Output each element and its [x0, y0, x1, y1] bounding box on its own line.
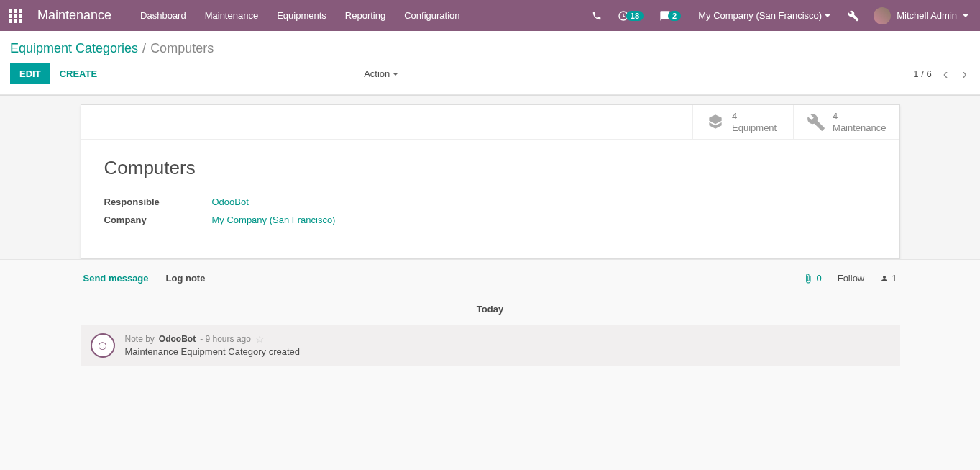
chatter-topbar: Send message Log note 0 Follow 1 [81, 260, 900, 297]
responsible-label: Responsible [104, 196, 212, 207]
pager: 1 / 6 ‹ › [913, 65, 970, 82]
breadcrumb: Equipment Categories / Computers [10, 31, 970, 59]
company-name: My Company (San Francisco) [698, 10, 822, 21]
breadcrumb-active: Computers [150, 41, 214, 56]
followers-button[interactable]: 1 [880, 273, 897, 284]
pager-next-icon[interactable]: › [959, 65, 970, 82]
app-brand[interactable]: Maintenance [37, 8, 111, 23]
separator-label: Today [467, 304, 513, 315]
stat-buttons: 4 Equipment 4 Maintenance [81, 105, 899, 140]
message-body: Maintenance Equipment Category created [125, 346, 890, 357]
pager-prev-icon[interactable]: ‹ [940, 65, 951, 82]
activities-badge: 18 [626, 11, 644, 21]
stat-equipment-count: 4 [732, 111, 777, 122]
follow-button[interactable]: Follow [838, 273, 865, 284]
stat-equipment-label: Equipment [732, 122, 777, 134]
company-value[interactable]: My Company (San Francisco) [212, 214, 336, 225]
breadcrumb-parent[interactable]: Equipment Categories [10, 41, 138, 56]
user-menu[interactable]: Mitchell Admin [871, 7, 971, 24]
content-area: 4 Equipment 4 Maintenance Computers Resp… [0, 95, 980, 259]
cubes-icon [706, 113, 725, 132]
attachments-count: 0 [816, 273, 821, 284]
followers-count: 1 [892, 273, 897, 284]
record-title: Computers [104, 157, 876, 179]
messages-badge: 2 [668, 11, 681, 21]
actions-row: EDIT CREATE Action 1 / 6 ‹ › [10, 59, 970, 94]
action-dropdown[interactable]: Action [364, 68, 398, 79]
star-icon[interactable]: ☆ [255, 333, 265, 345]
create-button[interactable]: CREATE [50, 63, 106, 84]
chevron-down-icon [963, 14, 968, 17]
form-sheet: 4 Equipment 4 Maintenance Computers Resp… [81, 104, 900, 259]
stat-maintenance-button[interactable]: 4 Maintenance [793, 105, 899, 139]
stat-maintenance-count: 4 [833, 111, 886, 122]
send-message-button[interactable]: Send message [83, 273, 149, 284]
responsible-value[interactable]: OdooBot [212, 196, 249, 207]
chatter-container: Send message Log note 0 Follow 1 Today ☺… [0, 259, 980, 384]
top-navbar: Maintenance Dashboard Maintenance Equipm… [0, 0, 980, 31]
chatter: Send message Log note 0 Follow 1 Today ☺… [81, 260, 900, 366]
log-note-button[interactable]: Log note [166, 273, 206, 284]
nav-menu: Dashboard Maintenance Equipments Reporti… [132, 3, 468, 28]
wrench-icon [807, 113, 825, 132]
field-responsible: Responsible OdooBot [104, 196, 876, 207]
debug-icon[interactable] [843, 6, 864, 26]
user-name: Mitchell Admin [897, 10, 957, 21]
field-company: Company My Company (San Francisco) [104, 214, 876, 225]
nav-reporting[interactable]: Reporting [336, 3, 394, 28]
user-icon [880, 274, 889, 283]
message-header: Note by OdooBot - 9 hours ago ☆ [125, 333, 890, 345]
action-label: Action [364, 68, 390, 79]
phone-icon[interactable] [587, 6, 606, 25]
avatar [874, 7, 891, 24]
edit-button[interactable]: EDIT [10, 63, 50, 84]
pager-text[interactable]: 1 / 6 [913, 68, 931, 79]
message-prefix: Note by [125, 334, 155, 344]
control-panel: Equipment Categories / Computers EDIT CR… [0, 31, 980, 95]
nav-maintenance[interactable]: Maintenance [196, 3, 267, 28]
messages-icon[interactable]: 2 [655, 6, 685, 26]
message-item: ☺ Note by OdooBot - 9 hours ago ☆ Mainte… [81, 325, 900, 366]
company-switcher[interactable]: My Company (San Francisco) [692, 10, 836, 21]
breadcrumb-sep: / [142, 41, 146, 56]
nav-configuration[interactable]: Configuration [395, 3, 468, 28]
nav-equipments[interactable]: Equipments [268, 3, 335, 28]
navbar-right: 18 2 My Company (San Francisco) Mitchell… [587, 6, 971, 26]
nav-dashboard[interactable]: Dashboard [132, 3, 195, 28]
sheet-body: Computers Responsible OdooBot Company My… [81, 140, 899, 258]
attachments-button[interactable]: 0 [803, 273, 821, 284]
paperclip-icon [803, 274, 813, 284]
date-separator: Today [81, 304, 900, 315]
chevron-down-icon [393, 73, 398, 76]
stat-equipment-button[interactable]: 4 Equipment [692, 105, 793, 139]
company-label: Company [104, 214, 212, 225]
apps-icon[interactable] [9, 9, 22, 22]
chevron-down-icon [825, 14, 830, 17]
activities-icon[interactable]: 18 [613, 6, 648, 26]
stat-maintenance-label: Maintenance [833, 122, 886, 134]
message-time: - 9 hours ago [200, 334, 251, 344]
message-avatar: ☺ [91, 333, 115, 358]
message-author[interactable]: OdooBot [159, 334, 196, 344]
